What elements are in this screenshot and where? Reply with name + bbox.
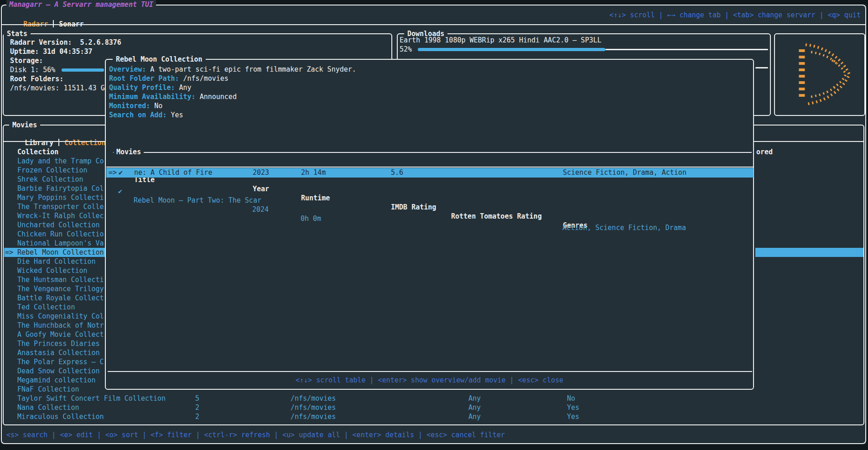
movies-panel-title: Movies: [9, 120, 40, 130]
stats-disk-row: Disk 1: 56%: [10, 65, 55, 74]
list-item[interactable]: Wreck-It Ralph Collec: [4, 211, 105, 220]
stats-uptime-label: Uptime:: [10, 47, 39, 56]
servarr-tabs: RadarrSonarr: [7, 10, 84, 20]
list-item[interactable]: The Princess Diaries: [4, 339, 105, 348]
movies-table-row[interactable]: ✔ Rebel Moon – Part Two: The Scar 2024 0…: [106, 178, 753, 187]
monitored-check-icon: ✔: [118, 187, 122, 196]
movies-table-bottom-border: [108, 371, 752, 372]
list-item[interactable]: FNaF Collection: [4, 385, 105, 394]
movie-title: Rebel Moon – Part Two: The Scar: [134, 196, 261, 205]
movies-table-row-selected[interactable]: => ✔ ne: A Child of Fire 2023 2h 14m 5.6…: [106, 168, 754, 178]
header-imdb: IMDB Rating: [391, 203, 436, 212]
tab-collections[interactable]: Collections: [64, 139, 109, 147]
field-root-folder: Root Folder Path:/nfs/movies: [109, 74, 229, 83]
list-item[interactable]: Lady and the Tramp Co: [4, 157, 105, 166]
field-label: Search on Add:: [109, 111, 166, 119]
field-value: Any: [179, 84, 192, 92]
download-item-name: Earth 1998 1080p WEBRip x265 Hindi AAC2.…: [400, 36, 602, 45]
list-item[interactable]: The Vengeance Trilogy: [4, 284, 105, 293]
movies-table-header: ✔ Title Year Runtime IMDB Rating Rotten …: [106, 157, 753, 166]
terminal-screen: Managarr – A Servarr management TUI Rada…: [0, 0, 868, 450]
field-search-on-add: Search on Add:Yes: [109, 110, 183, 120]
list-item-selected[interactable]: =>Rebel Moon Collection: [4, 248, 105, 257]
movie-year: 2024: [252, 205, 269, 214]
list-item[interactable]: Wicked Collection: [4, 266, 105, 275]
selection-arrow: =>: [109, 168, 117, 177]
selected-collection-name: Rebel Moon Collection: [17, 248, 104, 256]
field-value: /nfs/movies: [183, 74, 229, 83]
list-item[interactable]: Anastasia Collection: [4, 348, 105, 357]
movie-runtime: 0h 0m: [301, 214, 321, 223]
field-quality-profile: Quality Profile:Any: [109, 83, 192, 92]
collections-list: Lady and the Tramp Co Frozen Collection …: [4, 157, 105, 394]
list-item[interactable]: Mary Poppins Collecti: [4, 193, 105, 202]
collection-name: Taylor Swift Concert Film Collection: [17, 394, 166, 403]
tab-separator: [53, 20, 54, 27]
stats-storage-label: Storage:: [10, 56, 43, 65]
stats-version-value: 5.2.6.8376: [80, 38, 121, 47]
stats-version-row: Radarr Version:5.2.6.8376: [10, 38, 121, 47]
stats-uptime-row: Uptime:31d 04:35:37: [10, 47, 93, 56]
field-value: No: [154, 102, 162, 110]
field-overview: Overview:A two-part sci-fi epic from fil…: [109, 65, 356, 74]
selected-row-right-fragment: [755, 248, 863, 257]
header-underline: [106, 167, 754, 167]
list-item[interactable]: Uncharted Collection: [4, 220, 105, 230]
root-folder: /nfs/movies: [291, 412, 336, 421]
top-keybindings: <↑↓> scroll | ←→ change tab | <tab> chan…: [609, 10, 861, 20]
collection-details-modal: Rebel Moon Collection Overview:A two-par…: [105, 59, 754, 390]
list-item[interactable]: Dead Snow Collection: [4, 366, 105, 376]
movie-runtime: 2h 14m: [301, 168, 326, 177]
download-gauge-rest: [605, 49, 768, 50]
quality-profile: Any: [468, 412, 481, 421]
modal-keybindings: <↑↓> scroll table | <enter> show overvie…: [106, 376, 753, 385]
movie-count: 5: [195, 394, 199, 403]
monitored-value: Yes: [567, 412, 579, 421]
stats-version-label: Radarr Version:: [10, 38, 72, 47]
tab-library[interactable]: Library: [25, 139, 53, 147]
movies-tabs: LibraryCollections: [8, 129, 121, 138]
list-item[interactable]: Miss Congeniality Col: [4, 312, 105, 321]
header-runtime: Runtime: [301, 194, 330, 203]
list-item[interactable]: A Goofy Movie Collect: [4, 330, 105, 339]
list-item[interactable]: The Hunchback of Notr: [4, 321, 105, 330]
list-item[interactable]: National Lampoon's Va: [4, 239, 105, 248]
stats-panel-title: Stats: [4, 29, 31, 38]
list-item[interactable]: Chicken Run Collectio: [4, 230, 105, 239]
list-item[interactable]: The Polar Express – C: [4, 357, 105, 366]
list-item[interactable]: The Transporter Colle: [4, 202, 105, 211]
monitored-header-fragment: ored: [756, 147, 773, 157]
list-item[interactable]: Battle Royale Collect: [4, 293, 105, 303]
stats-rootfolders-label: Root Folders:: [10, 74, 63, 84]
list-item[interactable]: The Huntsman Collecti: [4, 275, 105, 284]
quality-profile: Any: [468, 403, 481, 412]
monitored-value: No: [567, 394, 575, 403]
movie-count: 2: [195, 403, 199, 412]
field-label: Monitored:: [109, 102, 150, 110]
movies-tab-separator-1: [58, 139, 59, 146]
list-item[interactable]: Barbie Fairytopia Col: [4, 184, 105, 193]
list-item[interactable]: Die Hard Collection: [4, 257, 105, 266]
collections-column-header: Collection: [17, 147, 58, 157]
field-label: Minimum Availability:: [109, 93, 196, 101]
stats-uptime-value: 31d 04:35:37: [43, 47, 92, 56]
field-monitored: Monitored:No: [109, 101, 162, 110]
list-item[interactable]: Ted Collection: [4, 303, 105, 312]
bottom-keybindings: <s> search | <e> edit | <o> sort | <f> f…: [6, 430, 505, 440]
monitored-check-icon: ✔: [119, 168, 123, 177]
movies-table-title: Movies: [114, 147, 144, 157]
movie-title: ne: A Child of Fire: [134, 168, 213, 177]
topbar-divider: [2, 24, 865, 25]
download-item-percent: 52%: [400, 45, 412, 54]
stats-rootfolder-row: /nfs/movies: 11511.43 GB: [10, 84, 109, 93]
root-folder: /nfs/movies: [291, 394, 336, 403]
list-item[interactable]: Megamind collection: [4, 376, 105, 385]
movie-genres: Action, Science Fiction, Drama: [562, 223, 686, 232]
collection-name: Miraculous Collection: [17, 412, 104, 421]
field-value: A two-part sci-fi epic from filmmaker Za…: [150, 65, 356, 73]
modal-title: Rebel Moon Collection: [113, 55, 206, 64]
list-item[interactable]: Frozen Collection: [4, 166, 105, 175]
list-item[interactable]: Shrek Collection: [4, 175, 105, 184]
movie-year: 2023: [253, 168, 269, 177]
root-folder: /nfs/movies: [291, 403, 336, 412]
